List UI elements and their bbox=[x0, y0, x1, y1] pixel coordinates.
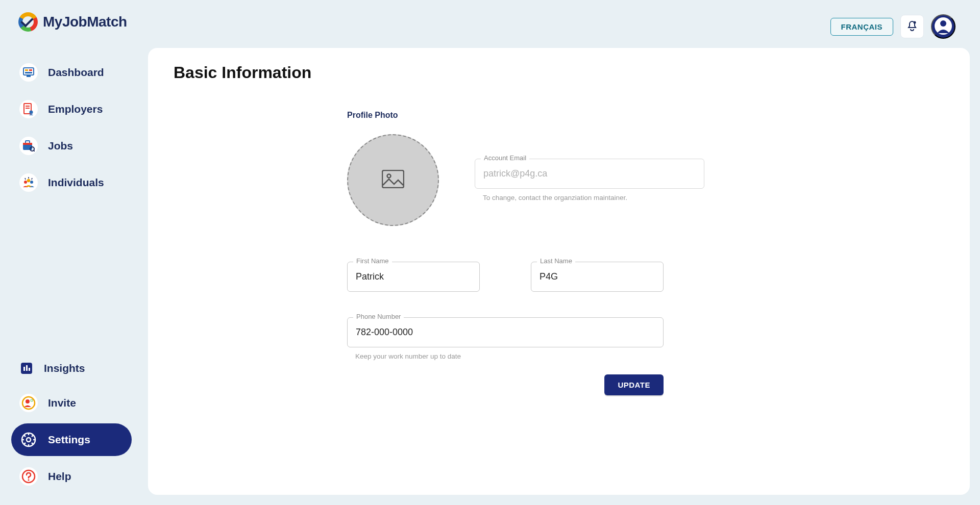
logo-icon bbox=[18, 12, 38, 32]
sidebar-item-label: Jobs bbox=[48, 140, 73, 152]
nav-spacer bbox=[11, 203, 132, 350]
svg-point-41 bbox=[914, 21, 916, 23]
phone-label: Phone Number bbox=[353, 313, 404, 320]
dashboard-icon bbox=[19, 63, 38, 82]
bell-icon bbox=[906, 20, 918, 33]
sidebar: MyJobMatch Dashboard Employers Jobs bbox=[0, 0, 143, 505]
sidebar-item-dashboard[interactable]: Dashboard bbox=[11, 56, 132, 89]
svg-rect-2 bbox=[29, 69, 32, 71]
first-name-field[interactable] bbox=[347, 262, 480, 292]
svg-line-36 bbox=[32, 443, 33, 444]
notifications-button[interactable] bbox=[900, 15, 924, 38]
svg-line-38 bbox=[32, 435, 33, 437]
app: MyJobMatch Dashboard Employers Jobs bbox=[0, 0, 980, 505]
profile-photo-upload[interactable] bbox=[347, 134, 439, 226]
first-name-label: First Name bbox=[353, 257, 392, 265]
sidebar-item-employers[interactable]: Employers bbox=[11, 93, 132, 125]
svg-rect-1 bbox=[25, 69, 28, 71]
main-wrapper: FRANÇAIS Basic Information Profile Photo bbox=[143, 0, 980, 505]
nav: Dashboard Employers Jobs Individuals bbox=[0, 56, 143, 493]
svg-line-17 bbox=[25, 178, 26, 180]
email-field bbox=[475, 159, 704, 189]
svg-rect-44 bbox=[382, 170, 404, 188]
sidebar-item-insights[interactable]: Insights bbox=[11, 354, 132, 383]
svg-line-19 bbox=[32, 178, 32, 180]
svg-point-15 bbox=[30, 181, 33, 184]
sidebar-item-label: Invite bbox=[48, 397, 76, 409]
name-row: First Name Last Name bbox=[347, 262, 704, 292]
insights-icon bbox=[19, 361, 34, 375]
avatar-icon bbox=[934, 17, 952, 37]
svg-rect-4 bbox=[27, 75, 31, 77]
photo-row: Account Email To change, contact the org… bbox=[347, 134, 704, 226]
sidebar-item-label: Insights bbox=[44, 362, 85, 374]
svg-point-16 bbox=[27, 179, 30, 182]
last-name-field[interactable] bbox=[531, 262, 664, 292]
settings-icon bbox=[19, 431, 38, 449]
basic-info-form: Profile Photo Account Email To change, c… bbox=[347, 111, 704, 395]
svg-rect-11 bbox=[23, 143, 32, 145]
invite-icon bbox=[19, 394, 38, 412]
sidebar-item-label: Help bbox=[48, 470, 71, 483]
sidebar-item-label: Individuals bbox=[48, 176, 104, 189]
svg-rect-3 bbox=[25, 72, 32, 73]
svg-point-30 bbox=[27, 438, 31, 442]
phone-field[interactable] bbox=[347, 317, 664, 347]
brand-text: MyJobMatch bbox=[43, 14, 127, 30]
svg-point-45 bbox=[387, 174, 391, 178]
phone-group: Phone Number bbox=[347, 317, 664, 347]
individuals-icon bbox=[19, 173, 38, 192]
sidebar-item-label: Employers bbox=[48, 103, 103, 115]
email-label: Account Email bbox=[481, 154, 529, 162]
sidebar-item-jobs[interactable]: Jobs bbox=[11, 130, 132, 162]
sidebar-item-label: Settings bbox=[48, 434, 90, 446]
profile-photo-label: Profile Photo bbox=[347, 111, 704, 120]
svg-point-8 bbox=[30, 111, 33, 114]
jobs-icon bbox=[19, 137, 38, 155]
topbar: FRANÇAIS bbox=[148, 5, 970, 48]
svg-point-14 bbox=[24, 181, 27, 184]
language-button[interactable]: FRANÇAIS bbox=[830, 18, 894, 36]
svg-rect-0 bbox=[23, 68, 34, 75]
settings-card: Basic Information Profile Photo Account … bbox=[148, 48, 970, 495]
first-name-group: First Name bbox=[347, 262, 480, 292]
svg-rect-21 bbox=[23, 367, 25, 371]
svg-line-13 bbox=[34, 150, 35, 152]
page-title: Basic Information bbox=[174, 63, 944, 82]
svg-point-25 bbox=[26, 399, 30, 403]
brand-logo[interactable]: MyJobMatch bbox=[0, 12, 143, 56]
svg-line-37 bbox=[24, 443, 26, 444]
image-placeholder-icon bbox=[382, 170, 404, 190]
update-button[interactable]: UPDATE bbox=[604, 374, 664, 395]
svg-rect-23 bbox=[29, 368, 30, 371]
svg-rect-22 bbox=[26, 365, 28, 371]
svg-point-43 bbox=[940, 20, 946, 27]
sidebar-item-individuals[interactable]: Individuals bbox=[11, 166, 132, 199]
employers-icon bbox=[19, 100, 38, 118]
phone-helper: Keep your work number up to date bbox=[355, 352, 704, 360]
last-name-label: Last Name bbox=[537, 257, 575, 265]
svg-line-35 bbox=[24, 435, 26, 437]
form-actions: UPDATE bbox=[347, 374, 664, 395]
sidebar-item-label: Dashboard bbox=[48, 66, 104, 79]
email-field-group: Account Email bbox=[475, 159, 704, 189]
last-name-group: Last Name bbox=[531, 262, 664, 292]
sidebar-item-settings[interactable]: Settings bbox=[11, 423, 132, 456]
help-icon bbox=[19, 467, 38, 486]
email-helper: To change, contact the organziation main… bbox=[483, 194, 704, 201]
phone-row: Phone Number Keep your work number up to… bbox=[347, 317, 704, 360]
profile-button[interactable] bbox=[931, 14, 955, 39]
svg-point-40 bbox=[28, 479, 30, 481]
sidebar-item-invite[interactable]: Invite bbox=[11, 387, 132, 419]
sidebar-item-help[interactable]: Help bbox=[11, 460, 132, 493]
